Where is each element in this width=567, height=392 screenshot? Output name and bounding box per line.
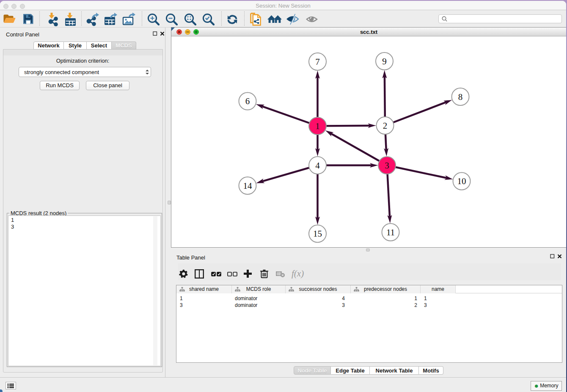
svg-text:11: 11 xyxy=(386,227,395,237)
svg-text:8: 8 xyxy=(458,92,463,102)
svg-text:10: 10 xyxy=(457,176,466,186)
svg-text:3: 3 xyxy=(385,160,389,171)
svg-text:f(x): f(x) xyxy=(292,269,304,279)
svg-text:9: 9 xyxy=(382,56,387,66)
svg-text:2: 2 xyxy=(383,121,388,131)
svg-text:14: 14 xyxy=(243,181,253,191)
svg-text:7: 7 xyxy=(315,57,320,67)
svg-text:15: 15 xyxy=(313,229,322,239)
svg-text:4: 4 xyxy=(315,160,320,171)
svg-text:6: 6 xyxy=(245,96,250,106)
svg-text:1: 1 xyxy=(315,121,320,131)
